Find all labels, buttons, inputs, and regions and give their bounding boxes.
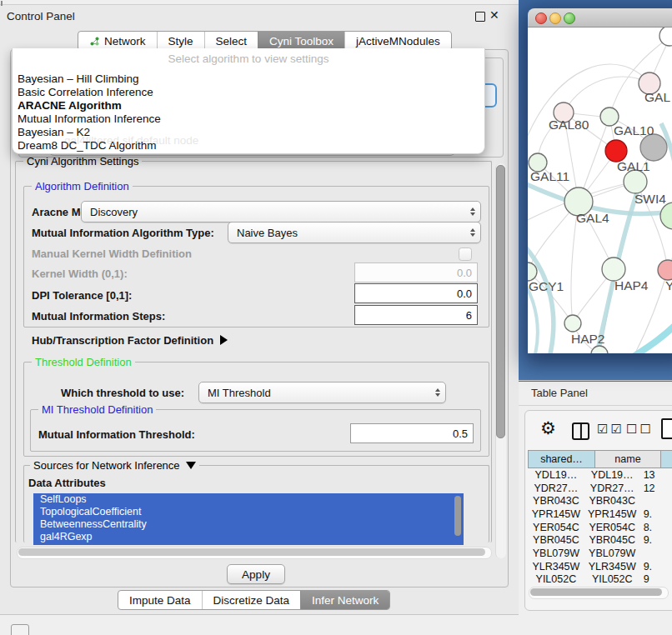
list-item[interactable]: SelfLoops	[33, 493, 464, 506]
tab-discretize-data[interactable]: Discretize Data	[202, 591, 301, 609]
table-row[interactable]: YBR045CYBR045C9.	[528, 533, 672, 547]
manual-kernel-checkbox[interactable]	[459, 248, 472, 261]
cell: YBR043C	[584, 495, 640, 507]
kernel-width-field[interactable]: 0.0	[354, 262, 478, 282]
select-all-checkboxes-icon[interactable]: ☑☑	[597, 422, 624, 437]
tab-cyni-toolbox[interactable]: Cyni Toolbox	[258, 32, 344, 50]
checked-icon: ☑	[597, 422, 610, 436]
tab-jactivemnodules[interactable]: jActiveMNodules	[344, 32, 451, 50]
network-node[interactable]	[660, 202, 672, 229]
network-node-y[interactable]	[658, 260, 672, 280]
unchecked-icon: ☐	[639, 422, 653, 436]
list-item[interactable]: gal4RGexp	[33, 531, 464, 543]
table-row[interactable]: YIL052CYIL052C9	[528, 573, 672, 587]
control-panel-title: Control Panel	[7, 10, 75, 22]
table-row[interactable]: YER054CYER054C8.	[528, 521, 672, 534]
dpi-tolerance-label: DPI Tolerance [0,1]:	[32, 289, 132, 302]
export-table-icon[interactable]	[661, 418, 672, 439]
minimize-traffic-light-icon[interactable]	[549, 12, 561, 24]
table-row[interactable]: YDR27…YDR27…12	[528, 482, 672, 495]
table-row[interactable]: YPR145WYPR145W9.	[528, 508, 672, 521]
close-window-icon[interactable]: ✕	[489, 8, 499, 22]
network-canvas[interactable]: GAL GAL80 GAL10 GAL1 SWI4 GAL11 GAL4 GCY…	[528, 28, 672, 353]
network-node-swi4[interactable]	[624, 170, 647, 193]
manual-kernel-label: Manual Kernel Width Definition	[32, 248, 192, 260]
apply-button[interactable]: Apply	[227, 564, 285, 584]
list-item[interactable]: BetweennessCentrality	[33, 518, 464, 531]
cell: 13	[640, 469, 672, 481]
mi-type-combobox[interactable]: Naive Bayes	[228, 222, 481, 243]
mi-threshold-field[interactable]: 0.5	[350, 423, 474, 443]
dpi-tolerance-field[interactable]: 0.0	[354, 283, 478, 303]
dropdown-item-aracne[interactable]: ARACNE Algorithm	[18, 99, 122, 112]
network-node-gray[interactable]	[640, 134, 667, 161]
table-settings-gear-icon[interactable]: ⚙	[540, 419, 556, 437]
kernel-width-label: Kernel Width (0,1):	[32, 268, 128, 280]
sources-title: Sources for Network Inference	[33, 459, 180, 472]
mi-steps-label: Mutual Information Steps:	[32, 310, 165, 322]
collapsed-panel-button[interactable]	[11, 624, 29, 635]
cell: YLR345W	[528, 561, 584, 572]
cell: YDL19…	[584, 469, 640, 481]
threshold-definition-title: Threshold Definition	[32, 356, 135, 368]
sources-collapse-header[interactable]: Sources for Network Inference	[30, 459, 199, 472]
network-node-hap2[interactable]	[564, 315, 581, 332]
tab-select[interactable]: Select	[204, 32, 258, 50]
table-row[interactable]: YLR345WYLR345W9.	[528, 560, 672, 573]
spinner-arrows-icon	[435, 388, 440, 397]
dropdown-item-mutual-information[interactable]: Mutual Information Inference	[18, 112, 161, 126]
network-graph: GAL GAL80 GAL10 GAL1 SWI4 GAL11 GAL4 GCY…	[528, 28, 672, 353]
aracne-mode-combobox[interactable]: Discovery	[81, 201, 481, 222]
collapse-down-icon	[186, 462, 196, 469]
tab-label: Select	[216, 35, 248, 48]
column-header-name[interactable]: name	[595, 450, 661, 468]
unchecked-icon: ☐	[626, 422, 639, 436]
table-row[interactable]: YBR043CYBR043C	[528, 494, 672, 508]
dropdown-item-basic-correlation[interactable]: Basic Correlation Inference	[18, 86, 153, 99]
cell: YPR145W	[584, 508, 640, 520]
hub-definition-expander[interactable]: Hub/Transcription Factor Definition	[32, 332, 228, 348]
tab-style[interactable]: Style	[157, 32, 204, 50]
settings-horizontal-scrollbar-thumb[interactable]	[18, 548, 485, 556]
tab-label: Style	[168, 35, 193, 48]
network-node[interactable]	[591, 346, 608, 353]
list-item[interactable]: TopologicalCoefficient	[33, 506, 464, 518]
network-window-titlebar[interactable]	[528, 8, 672, 28]
column-header-shared-name[interactable]: shared…	[528, 450, 595, 468]
settings-vertical-scrollbar-thumb[interactable]	[496, 165, 505, 438]
mi-threshold-label: Mutual Information Threshold:	[38, 428, 195, 441]
mi-steps-value: 6	[466, 309, 472, 322]
cell: YBR045C	[528, 534, 584, 546]
table-horizontal-scrollbar-thumb[interactable]	[530, 588, 662, 596]
tab-impute-data[interactable]: Impute Data	[118, 591, 202, 609]
mi-steps-field[interactable]: 6	[354, 305, 478, 325]
float-window-icon[interactable]	[475, 12, 485, 22]
which-threshold-label: Which threshold to use:	[61, 387, 184, 399]
node-label: HAP4	[614, 278, 649, 292]
spinner-arrows-icon	[470, 228, 475, 237]
cell: YLR345W	[584, 561, 640, 572]
tab-infer-network[interactable]: Infer Network	[300, 591, 389, 609]
data-attributes-label: Data Attributes	[28, 477, 106, 489]
column-layout-icon[interactable]	[572, 422, 589, 440]
zoom-traffic-light-icon[interactable]	[564, 12, 575, 24]
checked-icon: ☑	[610, 422, 624, 436]
tab-network[interactable]: Network	[78, 32, 157, 50]
screen: Control Panel ✕ Network Style Select Cyn…	[0, 0, 672, 635]
algorithm-definition-title: Algorithm Definition	[32, 180, 133, 192]
tab-label: Discretize Data	[213, 594, 290, 607]
list-scrollbar-thumb[interactable]	[454, 496, 461, 536]
table-row[interactable]: YBL079WYBL079W	[528, 547, 672, 560]
which-threshold-combobox[interactable]: MI Threshold	[198, 382, 446, 403]
mi-threshold-definition-title: MI Threshold Definition	[38, 403, 156, 416]
table-row[interactable]: YDL19…YDL19…13	[528, 468, 672, 482]
network-node-hap4[interactable]	[602, 258, 625, 281]
network-view-window: GAL GAL80 GAL10 GAL1 SWI4 GAL11 GAL4 GCY…	[528, 8, 672, 353]
control-panel-window: Control Panel ✕ Network Style Select Cyn…	[0, 4, 519, 615]
column-header-extra[interactable]	[661, 450, 672, 468]
dropdown-item-bayesian-hill-climbing[interactable]: Bayesian – Hill Climbing	[18, 72, 139, 86]
close-traffic-light-icon[interactable]	[535, 12, 547, 24]
node-label: GCY1	[529, 279, 564, 293]
network-node-labels: GAL GAL80 GAL10 GAL1 SWI4 GAL11 GAL4 GCY…	[529, 90, 672, 346]
deselect-all-checkboxes-icon[interactable]: ☐☐	[626, 422, 654, 437]
